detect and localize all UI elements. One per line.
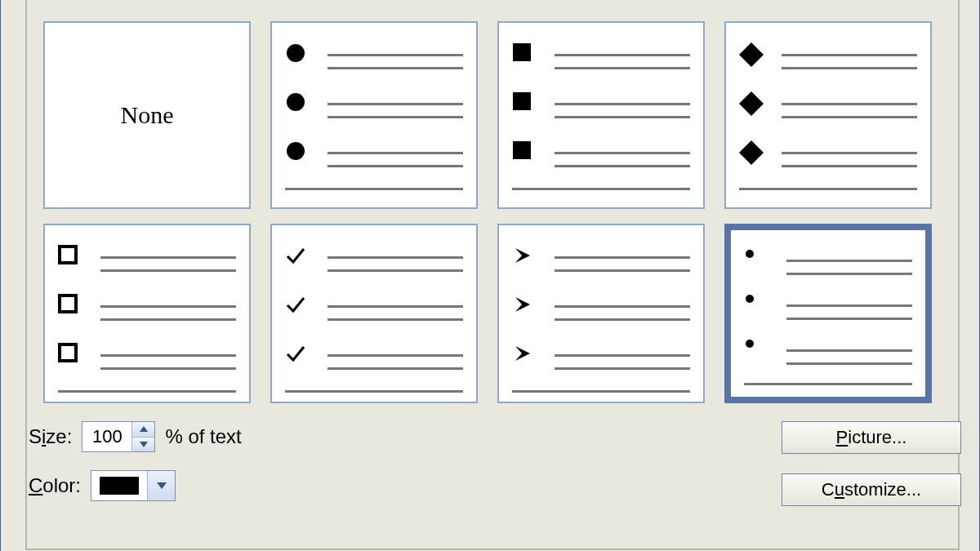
svg-rect-5 xyxy=(513,141,531,159)
preview-line xyxy=(327,152,463,154)
svg-marker-6 xyxy=(739,42,764,67)
preview-line xyxy=(285,188,463,190)
preview-line xyxy=(100,305,236,308)
bullet-option-preview xyxy=(280,233,468,393)
preview-line xyxy=(782,116,917,118)
svg-point-0 xyxy=(287,44,305,62)
preview-line xyxy=(100,269,236,272)
color-dropdown-button[interactable] xyxy=(147,471,175,500)
bullet-option-none[interactable]: None xyxy=(43,21,251,209)
size-spin-down[interactable] xyxy=(132,438,154,452)
preview-line xyxy=(58,390,236,393)
square-solid-icon xyxy=(512,42,532,62)
preview-line xyxy=(327,103,463,105)
bullet-option-preview xyxy=(739,238,917,389)
square-hollow-icon xyxy=(58,343,78,362)
preview-line xyxy=(555,67,690,69)
bullet-option-preview xyxy=(734,31,922,199)
color-picker[interactable] xyxy=(91,470,176,501)
preview-line xyxy=(555,54,690,56)
chevron-down-icon xyxy=(157,482,167,489)
preview-line xyxy=(555,116,690,118)
preview-line xyxy=(327,354,463,357)
preview-line xyxy=(555,256,690,259)
svg-rect-10 xyxy=(60,295,76,312)
preview-line xyxy=(327,305,463,308)
preview-line xyxy=(786,362,912,365)
check-icon xyxy=(285,343,306,364)
color-label: Color: xyxy=(29,474,81,497)
chevron-down-icon xyxy=(140,442,148,447)
preview-line xyxy=(327,269,463,272)
bullet-option-preview: None xyxy=(53,31,241,199)
bullet-option-preview xyxy=(53,233,241,393)
arrowhead-icon xyxy=(512,343,533,364)
size-spin-buttons[interactable] xyxy=(131,422,154,451)
preview-line xyxy=(744,383,912,385)
dot-small-icon xyxy=(744,338,755,349)
disc-large-icon xyxy=(285,42,306,64)
preview-line xyxy=(100,256,236,259)
disc-large-icon xyxy=(285,91,306,113)
disc-large-icon xyxy=(285,140,306,162)
preview-line xyxy=(555,318,690,321)
preview-line xyxy=(555,269,690,272)
bullet-option-diamond[interactable] xyxy=(724,21,932,209)
arrowhead-icon xyxy=(512,294,533,315)
preview-line xyxy=(327,54,463,56)
preview-line xyxy=(555,354,690,357)
size-input[interactable] xyxy=(82,422,131,451)
svg-rect-9 xyxy=(60,247,76,263)
svg-point-14 xyxy=(746,340,754,348)
bullet-option-arrowhead[interactable] xyxy=(497,224,705,403)
svg-point-1 xyxy=(287,93,305,111)
svg-marker-8 xyxy=(739,140,764,165)
check-icon xyxy=(285,245,306,266)
preview-line xyxy=(555,305,690,308)
preview-line xyxy=(782,152,917,154)
preview-line xyxy=(327,116,463,118)
preview-line xyxy=(786,349,912,352)
preview-line xyxy=(327,165,463,167)
preview-line xyxy=(100,367,236,370)
size-spin-up[interactable] xyxy=(132,422,154,438)
square-hollow-icon xyxy=(58,294,78,313)
picture-button[interactable]: Picture... xyxy=(782,421,961,454)
bullet-option-preview xyxy=(507,233,695,393)
bullet-style-gallery: None xyxy=(43,21,932,403)
preview-line xyxy=(555,367,690,370)
preview-line xyxy=(555,165,690,167)
bullet-option-square-solid[interactable] xyxy=(497,21,705,209)
size-spinner[interactable] xyxy=(82,421,155,452)
bullet-option-square-hollow[interactable] xyxy=(43,224,251,403)
preview-line xyxy=(100,354,236,357)
size-label: Size: xyxy=(29,425,72,448)
chevron-up-icon xyxy=(140,426,148,432)
bullet-option-dot-small[interactable] xyxy=(724,224,932,403)
preview-line xyxy=(782,54,917,56)
svg-point-12 xyxy=(746,250,754,258)
preview-line xyxy=(327,318,463,321)
preview-line xyxy=(285,390,463,393)
customize-button[interactable]: Customize... xyxy=(782,473,961,506)
svg-point-2 xyxy=(287,142,305,160)
preview-line xyxy=(786,304,912,307)
size-suffix: % of text xyxy=(165,425,241,448)
svg-rect-11 xyxy=(60,344,76,361)
bullet-option-disc-large[interactable] xyxy=(270,21,478,209)
color-swatch[interactable] xyxy=(91,471,147,500)
preview-line xyxy=(327,367,463,370)
preview-line xyxy=(555,152,690,154)
preview-line xyxy=(327,256,463,259)
bullet-option-check[interactable] xyxy=(270,224,478,403)
color-swatch-fill xyxy=(100,477,139,495)
preview-line xyxy=(512,390,690,393)
preview-line xyxy=(555,103,690,105)
square-solid-icon xyxy=(512,91,532,111)
bullet-option-preview xyxy=(280,31,468,199)
diamond-icon xyxy=(739,140,764,165)
svg-rect-3 xyxy=(513,43,531,61)
preview-line xyxy=(782,103,917,105)
square-hollow-icon xyxy=(58,245,78,264)
preview-line xyxy=(782,165,917,167)
